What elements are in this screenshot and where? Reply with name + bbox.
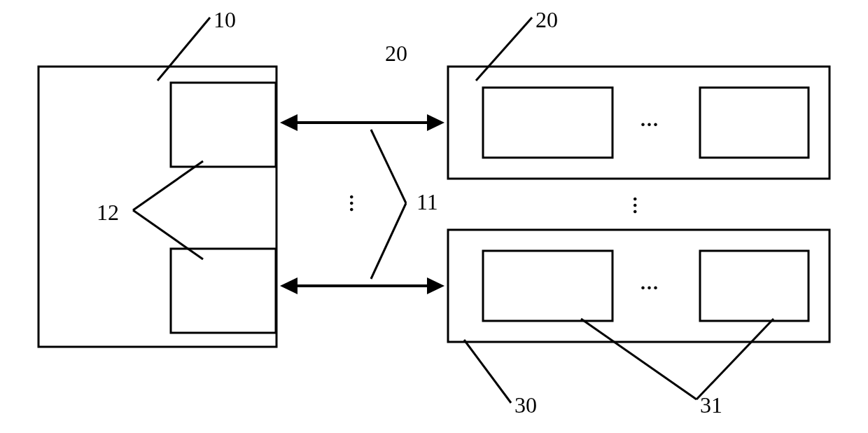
label-30: 30 (514, 392, 537, 418)
box-12-top (171, 83, 276, 167)
leader-10 (158, 18, 210, 81)
svg-marker-1 (427, 114, 444, 131)
svg-marker-3 (427, 277, 444, 294)
label-20-center: 20 (385, 41, 407, 67)
leader-12-top (133, 161, 203, 210)
box-31-left (483, 251, 612, 321)
label-20-top: 20 (536, 7, 558, 33)
box-30 (448, 230, 830, 342)
ellipsis-right-boxes: ... (629, 197, 651, 216)
label-11: 11 (416, 189, 438, 215)
box-20-inner-right (700, 88, 808, 158)
label-10: 10 (214, 7, 236, 33)
ellipsis-bottom-right: ... (640, 272, 659, 294)
label-31: 31 (700, 392, 722, 418)
box-12-bottom (171, 249, 276, 333)
leader-20 (476, 18, 532, 81)
box-31-right (700, 251, 808, 321)
leader-11-bottom (371, 203, 406, 279)
leader-12-bottom (133, 210, 203, 259)
ellipsis-top-right: ... (640, 109, 659, 131)
leader-30 (464, 340, 511, 403)
leader-31-right (696, 319, 774, 399)
box-20-inner-left (483, 88, 612, 158)
box-20 (448, 67, 830, 179)
ellipsis-arrows: ... (345, 195, 368, 214)
leader-31-left (581, 319, 696, 399)
box-10 (38, 67, 276, 347)
block-diagram (0, 0, 868, 433)
leader-11-top (371, 130, 406, 203)
label-12: 12 (97, 200, 119, 226)
svg-marker-0 (280, 114, 298, 131)
svg-marker-2 (280, 277, 298, 294)
